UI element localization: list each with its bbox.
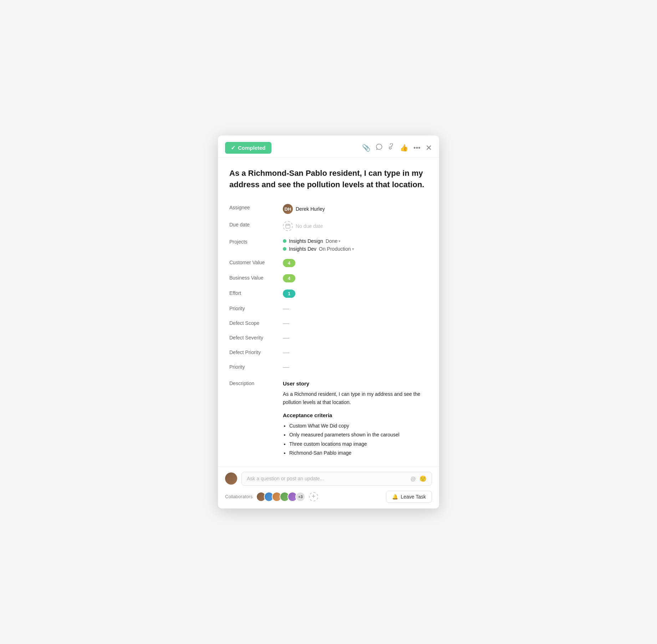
priority2-row: Priority — <box>229 360 428 374</box>
fields-section: Assignee DH Derek Hurley Due date <box>229 200 428 374</box>
modal-body: As a Richmond-San Pablo resident, I can … <box>218 158 439 466</box>
comment-icon[interactable] <box>376 143 383 152</box>
defect-priority-row: Defect Priority — <box>229 345 428 360</box>
list-item: Three custom locations map image <box>289 440 428 448</box>
leave-task-label: Leave Task <box>401 494 426 500</box>
svg-rect-0 <box>286 224 290 228</box>
effort-row: Effort 1 <box>229 286 428 301</box>
defect-scope-dash: — <box>283 320 289 327</box>
add-collaborator-button[interactable]: + <box>309 492 318 501</box>
user-story-heading: User story <box>283 379 428 388</box>
due-date-label: Due date <box>229 221 283 228</box>
project-dot <box>283 239 286 243</box>
priority2-dash: — <box>283 363 289 371</box>
projects-row: Projects Insights Design Done ▾ Insights… <box>229 235 428 255</box>
business-value-row: Business Value 4 <box>229 271 428 286</box>
defect-severity-value[interactable]: — <box>283 334 428 342</box>
checkmark-icon: ✓ <box>231 144 235 151</box>
comment-input-box[interactable]: Ask a question or post an update... @ 🙂 <box>241 472 432 486</box>
project-status[interactable]: On Production ▾ <box>319 246 354 252</box>
priority-dash: — <box>283 305 289 312</box>
commenter-avatar <box>225 472 237 485</box>
collaborators-row: Collaborators +3 + 🔔 Leave Task <box>225 491 432 503</box>
project-insights-design[interactable]: Insights Design Done ▾ <box>283 238 341 244</box>
effort-badge: 1 <box>283 290 295 298</box>
due-date-value[interactable]: No due date <box>283 221 428 231</box>
project-dot <box>283 247 286 251</box>
effort-field[interactable]: 1 <box>283 290 428 298</box>
collab-more-count: +3 <box>295 492 305 502</box>
list-item: Richmond-San Pablo image <box>289 449 428 457</box>
priority-value[interactable]: — <box>283 305 428 312</box>
leave-task-button[interactable]: 🔔 Leave Task <box>386 491 432 503</box>
assignee-name: Derek Hurley <box>296 206 325 212</box>
avatar: DH <box>283 204 293 214</box>
description-row: Description User story As a Richmond res… <box>229 379 428 459</box>
defect-scope-value[interactable]: — <box>283 320 428 327</box>
defect-priority-dash: — <box>283 349 289 356</box>
due-date-text: No due date <box>296 223 323 229</box>
project-insights-dev[interactable]: Insights Dev On Production ▾ <box>283 246 354 252</box>
paperclip-icon[interactable]: 📎 <box>362 144 371 152</box>
description-section: Description User story As a Richmond res… <box>229 374 428 466</box>
acceptance-criteria-heading: Acceptance criteria <box>283 411 428 420</box>
business-value-label: Business Value <box>229 274 283 281</box>
mention-icon[interactable]: @ <box>411 476 416 482</box>
assignee-label: Assignee <box>229 204 283 210</box>
defect-scope-row: Defect Scope — <box>229 316 428 331</box>
defect-severity-label: Defect Severity <box>229 334 283 341</box>
customer-value-label: Customer Value <box>229 259 283 265</box>
projects-label: Projects <box>229 238 283 245</box>
calendar-icon <box>283 221 293 231</box>
link-icon[interactable] <box>388 143 395 152</box>
criteria-list: Custom What We Did copy Only measured pa… <box>289 422 428 457</box>
due-date-row: Due date No due date <box>229 218 428 235</box>
list-item: Custom What We Did copy <box>289 422 428 430</box>
description-content: User story As a Richmond resident, I can… <box>283 379 428 459</box>
header-actions: 📎 👍 ••• ✕ <box>362 143 432 153</box>
customer-value-row: Customer Value 4 <box>229 255 428 271</box>
defect-severity-dash: — <box>283 334 289 342</box>
assignee-value[interactable]: DH Derek Hurley <box>283 204 428 214</box>
description-label: Description <box>229 379 283 386</box>
task-title: As a Richmond-San Pablo resident, I can … <box>229 168 428 190</box>
project-status[interactable]: Done ▾ <box>326 238 341 244</box>
ellipsis-icon[interactable]: ••• <box>413 144 421 152</box>
user-story-text: As a Richmond resident, I can type in my… <box>283 390 428 406</box>
completed-label: Completed <box>238 145 266 151</box>
project-name: Insights Dev <box>289 246 316 252</box>
completed-badge[interactable]: ✓ Completed <box>225 142 271 154</box>
priority-row: Priority — <box>229 301 428 316</box>
comment-area: Ask a question or post an update... @ 🙂 <box>225 472 432 486</box>
task-modal: ✓ Completed 📎 👍 ••• ✕ As a Richmond-San … <box>218 136 439 508</box>
priority2-label: Priority <box>229 363 283 370</box>
chevron-down-icon: ▾ <box>338 239 341 244</box>
bell-icon: 🔔 <box>392 494 398 500</box>
collaborators-label: Collaborators <box>225 494 253 499</box>
effort-label: Effort <box>229 290 283 296</box>
business-value-field[interactable]: 4 <box>283 274 428 282</box>
modal-header: ✓ Completed 📎 👍 ••• ✕ <box>218 136 439 158</box>
defect-priority-label: Defect Priority <box>229 349 283 355</box>
collaborators-left: Collaborators +3 + <box>225 492 318 502</box>
projects-value: Insights Design Done ▾ Insights Dev On P… <box>283 238 428 252</box>
defect-priority-value[interactable]: — <box>283 349 428 356</box>
chevron-down-icon: ▾ <box>352 247 354 251</box>
comment-placeholder: Ask a question or post an update... <box>247 476 324 481</box>
customer-value-badge: 4 <box>283 259 295 267</box>
emoji-icon[interactable]: 🙂 <box>419 475 427 482</box>
customer-value-field[interactable]: 4 <box>283 259 428 267</box>
comment-input-icons: @ 🙂 <box>411 475 427 482</box>
priority2-value[interactable]: — <box>283 363 428 371</box>
project-name: Insights Design <box>289 238 323 244</box>
priority-label: Priority <box>229 305 283 311</box>
close-icon[interactable]: ✕ <box>426 143 432 153</box>
list-item: Only measured parameters shown in the ca… <box>289 431 428 439</box>
business-value-badge: 4 <box>283 274 295 282</box>
defect-scope-label: Defect Scope <box>229 320 283 326</box>
collab-avatars: +3 <box>256 492 305 502</box>
modal-footer: Ask a question or post an update... @ 🙂 … <box>218 466 439 508</box>
assignee-row: Assignee DH Derek Hurley <box>229 200 428 218</box>
thumbsup-icon[interactable]: 👍 <box>400 144 408 152</box>
defect-severity-row: Defect Severity — <box>229 331 428 345</box>
